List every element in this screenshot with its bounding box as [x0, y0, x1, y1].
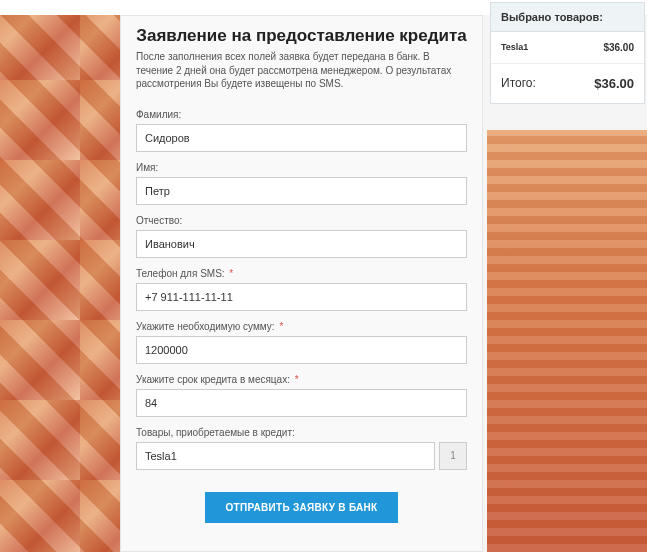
- label-term: Укажите срок кредита в месяцах: *: [136, 374, 467, 385]
- form-title: Заявление на предоставление кредита: [136, 26, 467, 46]
- label-name: Имя:: [136, 162, 467, 173]
- input-goods-qty: [439, 442, 467, 470]
- background-image-left: [0, 0, 120, 552]
- field-patronymic: Отчество:: [136, 215, 467, 258]
- cart-item-name: Tesla1: [501, 42, 528, 53]
- input-phone[interactable]: [136, 283, 467, 311]
- background-image-right: [487, 130, 647, 552]
- submit-button[interactable]: ОТПРАВИТЬ ЗАЯВКУ В БАНК: [205, 492, 397, 523]
- cart-item-row: Tesla1 $36.00: [491, 32, 644, 64]
- cart-total-label: Итого:: [501, 76, 536, 91]
- input-name[interactable]: [136, 177, 467, 205]
- cart-item-price: $36.00: [603, 42, 634, 53]
- credit-application-form: Заявление на предоставление кредита Посл…: [120, 15, 483, 552]
- field-amount: Укажите необходимую сумму: *: [136, 321, 467, 364]
- input-goods[interactable]: [136, 442, 435, 470]
- cart-header: Выбрано товаров:: [491, 3, 644, 32]
- input-patronymic[interactable]: [136, 230, 467, 258]
- field-surname: Фамилия:: [136, 109, 467, 152]
- cart-summary: Выбрано товаров: Tesla1 $36.00 Итого: $3…: [490, 2, 645, 104]
- field-goods: Товары, приобретаемые в кредит:: [136, 427, 467, 470]
- label-goods: Товары, приобретаемые в кредит:: [136, 427, 467, 438]
- label-phone: Телефон для SMS: *: [136, 268, 467, 279]
- required-mark-icon: *: [279, 321, 283, 332]
- field-phone: Телефон для SMS: *: [136, 268, 467, 311]
- label-amount-text: Укажите необходимую сумму:: [136, 321, 275, 332]
- label-amount: Укажите необходимую сумму: *: [136, 321, 467, 332]
- label-phone-text: Телефон для SMS:: [136, 268, 225, 279]
- input-amount[interactable]: [136, 336, 467, 364]
- input-surname[interactable]: [136, 124, 467, 152]
- required-mark-icon: *: [229, 268, 233, 279]
- label-term-text: Укажите срок кредита в месяцах:: [136, 374, 290, 385]
- field-term: Укажите срок кредита в месяцах: *: [136, 374, 467, 417]
- label-surname: Фамилия:: [136, 109, 467, 120]
- field-name: Имя:: [136, 162, 467, 205]
- cart-total-price: $36.00: [594, 76, 634, 91]
- required-mark-icon: *: [295, 374, 299, 385]
- label-patronymic: Отчество:: [136, 215, 467, 226]
- input-term[interactable]: [136, 389, 467, 417]
- cart-total-row: Итого: $36.00: [491, 64, 644, 103]
- form-description: После заполнения всех полей заявка будет…: [136, 50, 467, 91]
